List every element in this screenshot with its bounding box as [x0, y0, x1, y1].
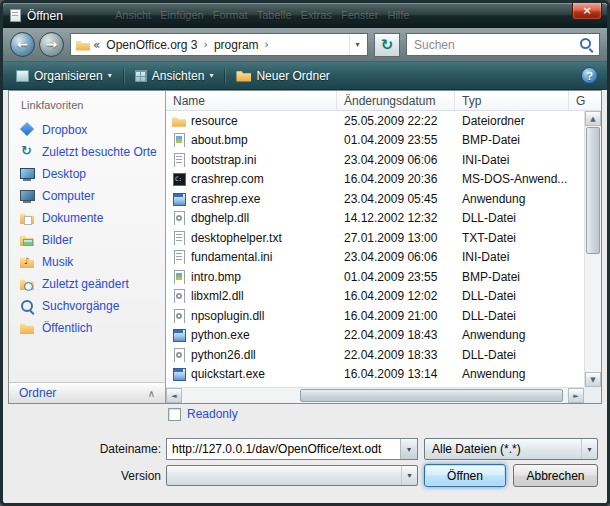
views-button[interactable]: Ansichten ▾: [126, 62, 223, 89]
close-button[interactable]: ×: [572, 3, 602, 20]
chevron-right-icon[interactable]: ›: [265, 38, 269, 51]
file-type-icon: [172, 114, 186, 128]
sidebar-item-recent-places[interactable]: Zuletzt besuchte Orte: [9, 141, 165, 163]
table-row[interactable]: python.exe 22.04.2009 18:43 Anwendung: [166, 326, 584, 346]
file-type-icon: [172, 250, 186, 264]
table-row[interactable]: libxml2.dll 16.04.2009 12:02 DLL-Datei: [166, 287, 584, 307]
organize-label: Organisieren: [34, 69, 103, 83]
sidebar-item-pictures[interactable]: Bilder: [9, 229, 165, 251]
table-row[interactable]: crashrep.exe 23.04.2009 05:45 Anwendung: [166, 189, 584, 209]
breadcrumb[interactable]: « OpenOffice.org 3 › program › ▾: [70, 33, 368, 56]
file-name: about.bmp: [191, 133, 248, 147]
sidebar-item-searches[interactable]: Suchvorgänge: [9, 295, 165, 317]
file-type: TXT-Datei: [455, 231, 584, 245]
breadcrumb-item-openoffice[interactable]: OpenOffice.org 3: [103, 38, 200, 52]
sidebar-item-dropbox[interactable]: Dropbox: [9, 119, 165, 141]
vertical-scroll-thumb[interactable]: [586, 127, 600, 254]
help-button[interactable]: ?: [581, 67, 598, 84]
file-date: 16.04.2009 13:14: [337, 367, 455, 381]
table-row[interactable]: about.bmp 01.04.2009 23:55 BMP-Datei: [166, 131, 584, 151]
table-row[interactable]: desktophelper.txt 27.01.2009 13:00 TXT-D…: [166, 228, 584, 248]
search-box[interactable]: [406, 33, 600, 56]
vertical-scrollbar[interactable]: ▲ ▼: [584, 111, 601, 387]
file-type-icon: [172, 348, 186, 362]
table-row[interactable]: resource 25.05.2009 22:22 Dateiordner: [166, 111, 584, 131]
chevron-right-icon[interactable]: ›: [204, 38, 208, 51]
desktop-icon: [19, 166, 36, 182]
sidebar-item-label: Musik: [42, 255, 73, 269]
table-row[interactable]: npsoplugin.dll 16.04.2009 21:00 DLL-Date…: [166, 306, 584, 326]
breadcrumb-overflow-chevron[interactable]: «: [93, 38, 100, 52]
file-name: resource: [191, 114, 238, 128]
column-header-size[interactable]: G: [569, 91, 601, 110]
table-row[interactable]: python26.dll 22.04.2009 18:33 DLL-Datei: [166, 345, 584, 365]
sidebar-item-label: Zuletzt besuchte Orte: [42, 145, 157, 159]
command-toolbar: Organisieren ▾ Ansichten ▾ Neuer Ordner …: [3, 62, 607, 90]
filename-input[interactable]: [167, 439, 400, 459]
folders-label: Ordner: [19, 386, 56, 400]
table-row[interactable]: bootstrap.ini 23.04.2009 06:06 INI-Datei: [166, 150, 584, 170]
sidebar-item-music[interactable]: Musik: [9, 251, 165, 273]
cancel-button[interactable]: Abbrechen: [513, 464, 598, 487]
open-button[interactable]: Öffnen: [424, 464, 506, 487]
horizontal-scrollbar[interactable]: ◄ ►: [166, 387, 584, 403]
views-icon: [135, 70, 147, 82]
filetype-select[interactable]: Alle Dateien (*.*) ▾: [424, 438, 598, 460]
readonly-row: Readonly: [168, 407, 238, 421]
folders-expander[interactable]: Ordner ∧: [9, 382, 165, 403]
table-row[interactable]: dbghelp.dll 14.12.2002 12:32 DLL-Datei: [166, 209, 584, 229]
scroll-up-button[interactable]: ▲: [585, 111, 601, 126]
sidebar-item-desktop[interactable]: Desktop: [9, 163, 165, 185]
file-date: 23.04.2009 06:06: [337, 250, 455, 264]
file-type-icon: [172, 328, 186, 342]
sidebar-item-public[interactable]: Öffentlich: [9, 317, 165, 339]
file-type-icon: [172, 309, 186, 323]
readonly-label: Readonly: [187, 407, 238, 421]
chevron-down-icon: ▾: [401, 466, 417, 485]
back-icon: ←: [17, 37, 28, 52]
readonly-checkbox[interactable]: [168, 408, 181, 421]
file-type: INI-Datei: [455, 250, 584, 264]
file-type-icon: [172, 289, 186, 303]
recently-changed-icon: [19, 276, 36, 292]
version-label: Version: [3, 469, 161, 483]
recent-places-icon: [19, 144, 36, 160]
forward-button[interactable]: →: [39, 32, 64, 57]
refresh-icon: ↻: [381, 36, 394, 54]
horizontal-scroll-thumb[interactable]: [300, 389, 563, 402]
back-button[interactable]: ←: [10, 32, 35, 57]
file-date: 14.12.2002 12:32: [337, 211, 455, 225]
column-header-type[interactable]: Typ: [455, 91, 569, 110]
column-header-date[interactable]: Änderungsdatum: [337, 91, 455, 110]
breadcrumb-item-program[interactable]: program: [211, 38, 262, 52]
version-select[interactable]: ▾: [166, 465, 418, 486]
file-type-icon: [172, 270, 186, 284]
table-row[interactable]: intro.bmp 01.04.2009 23:55 BMP-Datei: [166, 267, 584, 287]
filename-dropdown-button[interactable]: ▾: [400, 439, 417, 459]
column-header-name[interactable]: Name: [166, 91, 337, 110]
file-type: Dateiordner: [455, 114, 584, 128]
chevron-down-icon: ▾: [108, 71, 112, 80]
filename-combobox[interactable]: ▾: [166, 438, 418, 460]
table-row[interactable]: crashrep.com 16.04.2009 20:36 MS-DOS-Anw…: [166, 170, 584, 190]
organize-button[interactable]: Organisieren ▾: [7, 62, 121, 89]
file-date: 16.04.2009 21:00: [337, 309, 455, 323]
refresh-button[interactable]: ↻: [374, 33, 400, 57]
search-input[interactable]: [412, 37, 580, 53]
scroll-right-button[interactable]: ►: [568, 388, 584, 403]
table-row[interactable]: quickstart.exe 16.04.2009 13:14 Anwendun…: [166, 365, 584, 385]
scroll-down-button[interactable]: ▼: [585, 372, 601, 387]
sidebar-header: Linkfavoriten: [9, 91, 165, 111]
breadcrumb-dropdown-button[interactable]: ▾: [349, 34, 365, 55]
scroll-left-button[interactable]: ◄: [166, 388, 182, 403]
help-icon: ?: [586, 70, 593, 82]
new-folder-button[interactable]: Neuer Ordner: [227, 62, 338, 89]
sidebar-item-documents[interactable]: Dokumente: [9, 207, 165, 229]
table-row[interactable]: fundamental.ini 23.04.2009 06:06 INI-Dat…: [166, 248, 584, 268]
arrow-left-icon: ◄: [171, 392, 176, 400]
searches-icon: [19, 298, 36, 314]
sidebar-item-computer[interactable]: Computer: [9, 185, 165, 207]
sidebar-item-recently-changed[interactable]: Zuletzt geändert: [9, 273, 165, 295]
file-date: 23.04.2009 06:06: [337, 153, 455, 167]
sidebar-item-label: Suchvorgänge: [42, 299, 119, 313]
